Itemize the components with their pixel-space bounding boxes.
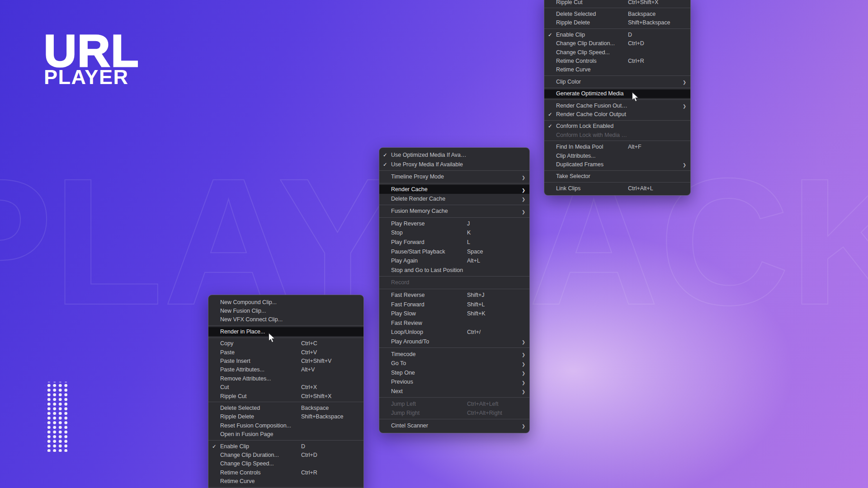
menu-item-label: Fast Reverse bbox=[391, 292, 467, 298]
menu-item-delete-selected[interactable]: Delete SelectedBackspace bbox=[208, 404, 363, 412]
menu-shortcut: Ctrl+X bbox=[301, 384, 354, 390]
menu-item-label: Jump Right bbox=[391, 410, 467, 416]
menu-item-use-optimized-media-if-available[interactable]: ✓Use Optimized Media If Available bbox=[379, 150, 529, 160]
menu-item-label: Timeline Proxy Mode bbox=[391, 174, 467, 180]
submenu-arrow-icon: ❯ bbox=[681, 103, 686, 108]
menu-group: Jump LeftCtrl+Alt+LeftJump RightCtrl+Alt… bbox=[379, 398, 529, 419]
menu-item-change-clip-speed[interactable]: Change Clip Speed... bbox=[544, 48, 690, 56]
menu-item-fast-forward[interactable]: Fast ForwardShift+L bbox=[379, 300, 529, 309]
menu-item-paste-insert[interactable]: Paste InsertCtrl+Shift+V bbox=[208, 357, 363, 365]
menu-item-change-clip-duration[interactable]: Change Clip Duration...Ctrl+D bbox=[208, 450, 363, 459]
menu-item-copy[interactable]: CopyCtrl+C bbox=[208, 339, 363, 348]
menu-item-loop-unloop[interactable]: Loop/UnloopCtrl+/ bbox=[379, 328, 529, 337]
menu-item-go-to[interactable]: Go To❯ bbox=[379, 359, 529, 368]
menu-item-enable-clip[interactable]: ✓Enable ClipD bbox=[544, 30, 690, 39]
menu-item-stop[interactable]: StopK bbox=[379, 228, 529, 238]
menu-item-label: Delete Render Cache bbox=[391, 196, 467, 202]
menu-item-conform-lock-enabled[interactable]: ✓Conform Lock Enabled bbox=[544, 122, 690, 131]
submenu-arrow-icon: ❯ bbox=[520, 187, 525, 192]
menu-group: Timecode❯Go To❯Step One❯Previous❯Next❯ bbox=[379, 348, 529, 397]
menu-item-play-around-to[interactable]: Play Around/To❯ bbox=[379, 337, 529, 347]
menu-item-label: Delete Selected bbox=[220, 405, 301, 411]
menu-shortcut: D bbox=[628, 32, 681, 38]
menu-item-next[interactable]: Next❯ bbox=[379, 387, 529, 396]
menu-item-duplicated-frames[interactable]: Duplicated Frames❯ bbox=[544, 160, 690, 169]
menu-item-reset-fusion-composition[interactable]: Reset Fusion Composition... bbox=[208, 421, 363, 430]
menu-item-play-forward[interactable]: Play ForwardL bbox=[379, 238, 529, 247]
checkmark-icon: ✓ bbox=[548, 111, 556, 117]
menu-item-retime-curve[interactable]: Retime Curve bbox=[208, 477, 363, 485]
menu-shortcut: Space bbox=[467, 249, 520, 255]
menu-item-open-in-fusion-page[interactable]: Open in Fusion Page bbox=[208, 430, 363, 438]
menu-item-ripple-cut[interactable]: Ripple CutCtrl+Shift+X bbox=[544, 0, 690, 6]
menu-item-new-vfx-connect-clip[interactable]: New VFX Connect Clip... bbox=[208, 315, 363, 324]
menu-item-label: Find In Media Pool bbox=[556, 144, 628, 150]
menu-item-render-cache[interactable]: Render Cache❯ bbox=[379, 185, 529, 194]
menu-item-change-clip-speed[interactable]: Change Clip Speed... bbox=[208, 460, 363, 468]
menu-item-use-proxy-media-if-available[interactable]: ✓Use Proxy Media If Available bbox=[379, 160, 529, 169]
menu-item-link-clips[interactable]: Link ClipsCtrl+Alt+L bbox=[544, 184, 690, 192]
menu-item-retime-curve[interactable]: Retime Curve bbox=[544, 66, 690, 74]
submenu-arrow-icon: ❯ bbox=[681, 162, 686, 167]
menu-item-stop-and-go-to-last-position[interactable]: Stop and Go to Last Position bbox=[379, 266, 529, 275]
menu-item-take-selector[interactable]: Take Selector bbox=[544, 172, 690, 181]
menu-item-label: Change Clip Duration... bbox=[556, 40, 628, 47]
menu-item-delete-selected[interactable]: Delete SelectedBackspace bbox=[544, 9, 690, 18]
menu-item-cut[interactable]: CutCtrl+X bbox=[208, 383, 363, 392]
menu-item-label: Clip Color bbox=[556, 79, 628, 85]
menu-group: ✓Use Optimized Media If Available✓Use Pr… bbox=[379, 149, 529, 170]
menu-item-change-clip-duration[interactable]: Change Clip Duration...Ctrl+D bbox=[544, 39, 690, 48]
menu-item-play-again[interactable]: Play AgainAlt+L bbox=[379, 256, 529, 266]
menu-item-retime-controls[interactable]: Retime ControlsCtrl+R bbox=[544, 56, 690, 65]
menu-item-label: Take Selector bbox=[556, 173, 628, 179]
menu-item-new-compound-clip[interactable]: New Compound Clip... bbox=[208, 298, 363, 306]
menu-item-remove-attributes[interactable]: Remove Attributes... bbox=[208, 374, 363, 383]
menu-item-play-reverse[interactable]: Play ReverseJ bbox=[379, 219, 529, 229]
menu-item-retime-controls[interactable]: Retime ControlsCtrl+R bbox=[208, 468, 363, 477]
menu-item-fast-review[interactable]: Fast Review bbox=[379, 319, 529, 328]
menu-item-label: Clip Attributes... bbox=[556, 153, 628, 159]
menu-item-paste[interactable]: PasteCtrl+V bbox=[208, 348, 363, 357]
menu-item-label: Stop and Go to Last Position bbox=[391, 267, 467, 273]
menu-item-label: Change Clip Duration... bbox=[220, 452, 301, 458]
menu-item-ripple-cut[interactable]: Ripple CutCtrl+Shift+X bbox=[208, 392, 363, 400]
menu-item-render-in-place[interactable]: Render in Place... bbox=[208, 327, 363, 336]
menu-item-label: Play Reverse bbox=[391, 221, 467, 227]
menu-item-step-one[interactable]: Step One❯ bbox=[379, 368, 529, 377]
menu-item-ripple-delete[interactable]: Ripple DeleteShift+Backspace bbox=[544, 19, 690, 27]
menu-item-render-cache-fusion-output[interactable]: Render Cache Fusion Output❯ bbox=[544, 101, 690, 110]
menu-item-paste-attributes[interactable]: Paste Attributes...Alt+V bbox=[208, 366, 363, 374]
menu-group: Play ReverseJStopKPlay ForwardLPause/Sta… bbox=[379, 218, 529, 277]
menu-item-cintel-scanner[interactable]: Cintel Scanner❯ bbox=[379, 421, 529, 430]
menu-shortcut: Alt+V bbox=[301, 366, 354, 373]
menu-item-ripple-delete[interactable]: Ripple DeleteShift+Backspace bbox=[208, 413, 363, 421]
menu-item-delete-render-cache[interactable]: Delete Render Cache❯ bbox=[379, 194, 529, 203]
menu-item-clip-color[interactable]: Clip Color❯ bbox=[544, 77, 690, 86]
menu-shortcut: Backspace bbox=[628, 11, 681, 17]
menu-item-label: Change Clip Speed... bbox=[220, 460, 301, 467]
menu-item-generate-optimized-media[interactable]: Generate Optimized Media bbox=[544, 89, 690, 98]
menu-item-play-slow[interactable]: Play SlowShift+K bbox=[379, 309, 529, 319]
menu-item-label: Cintel Scanner bbox=[391, 422, 467, 429]
menu-item-enable-clip[interactable]: ✓Enable ClipD bbox=[208, 442, 363, 450]
menu-item-label: Render in Place... bbox=[220, 328, 301, 335]
menu-item-timeline-proxy-mode[interactable]: Timeline Proxy Mode❯ bbox=[379, 172, 529, 182]
menu-item-new-fusion-clip[interactable]: New Fusion Clip... bbox=[208, 306, 363, 315]
menu-shortcut: Backspace bbox=[301, 405, 354, 411]
menu-item-label: Retime Curve bbox=[556, 66, 628, 73]
menu-shortcut: Ctrl+Shift+X bbox=[628, 0, 681, 5]
submenu-arrow-icon: ❯ bbox=[520, 389, 525, 394]
menu-item-label: Enable Clip bbox=[556, 32, 628, 38]
menu-item-fusion-memory-cache[interactable]: Fusion Memory Cache❯ bbox=[379, 206, 529, 216]
menu-item-render-cache-color-output[interactable]: ✓Render Cache Color Output bbox=[544, 110, 690, 118]
menu-group: Delete SelectedBackspaceRipple DeleteShi… bbox=[544, 8, 690, 28]
submenu-arrow-icon: ❯ bbox=[520, 352, 525, 357]
menu-group: Link ClipsCtrl+Alt+L bbox=[544, 183, 690, 194]
menu-item-clip-attributes[interactable]: Clip Attributes... bbox=[544, 151, 690, 160]
menu-item-timecode[interactable]: Timecode❯ bbox=[379, 349, 529, 359]
menu-item-previous[interactable]: Previous❯ bbox=[379, 377, 529, 387]
menu-item-find-in-media-pool[interactable]: Find In Media PoolAlt+F bbox=[544, 142, 690, 151]
menu-item-fast-reverse[interactable]: Fast ReverseShift+J bbox=[379, 291, 529, 300]
menu-item-pause-start-playback[interactable]: Pause/Start PlaybackSpace bbox=[379, 247, 529, 256]
menu-group: Fast ReverseShift+JFast ForwardShift+LPl… bbox=[379, 289, 529, 348]
